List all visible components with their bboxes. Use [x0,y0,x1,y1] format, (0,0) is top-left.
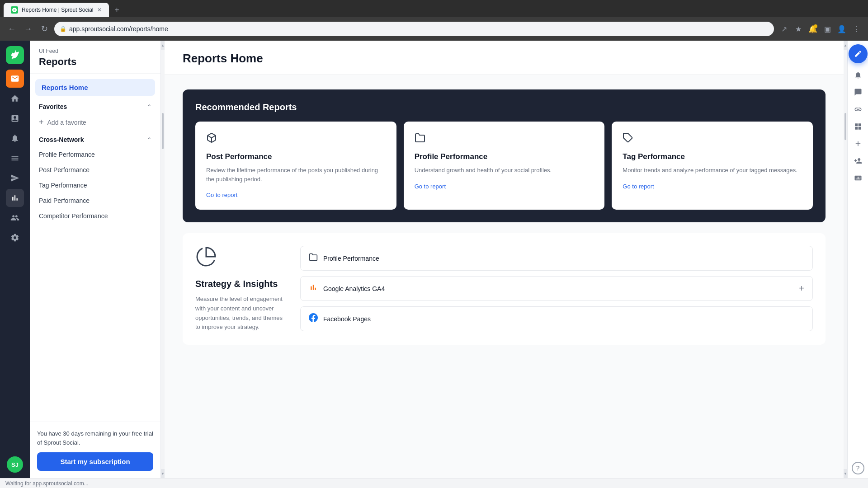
add-favorite-button[interactable]: + Add a favorite [30,114,160,131]
strategy-left: Strategy & Insights Measure the level of… [195,246,286,332]
rail-inbox2-icon[interactable] [6,109,24,127]
breadcrumb[interactable]: UI Feed [39,48,151,54]
profile-performance-card-title: Profile Performance [415,152,594,161]
scrollbar-arrow-down[interactable]: ▼ [161,469,165,478]
status-text: Waiting for app.sproutsocial.com... [5,480,89,487]
lock-icon: 🔒 [60,26,66,32]
subscribe-button[interactable]: Start my subscription [37,452,153,471]
strategy-profile-performance-item[interactable]: Profile Performance [300,246,813,271]
rail-list-icon[interactable] [6,149,24,167]
favorites-label: Favorites [39,103,67,110]
tab-close-button[interactable]: ✕ [97,7,102,13]
right-bell-icon[interactable] [851,68,865,82]
right-link-icon[interactable] [851,102,865,117]
strategy-ga4-label: Google Analytics GA4 [323,285,793,292]
strategy-right: Profile Performance Google Analytics GA4… [300,246,813,332]
profile-performance-link[interactable]: Go to report [415,183,446,190]
edit-button[interactable] [849,44,868,63]
main-scrollbar[interactable]: ▲ ▼ [844,41,847,478]
right-user-plus-icon[interactable] [851,154,865,168]
status-bar: Waiting for app.sproutsocial.com... [0,478,868,488]
sidebar-scrollbar-thumb [162,113,164,149]
sidebar-title: Reports [39,56,151,68]
rail-settings-icon[interactable] [6,229,24,247]
strategy-profile-performance-label: Profile Performance [323,255,804,262]
plus-icon: + [39,117,44,127]
favorites-toggle[interactable]: ⌃ [147,103,151,110]
profile-performance-card[interactable]: Profile Performance Understand growth an… [404,122,605,210]
scrollbar-arrow-up[interactable]: ▲ [161,41,165,50]
sidebar-scrollbar[interactable]: ▲ ▼ [161,41,165,478]
post-performance-link[interactable]: Go to report [206,192,237,198]
post-performance-icon [206,132,386,146]
right-plus-icon[interactable] [851,136,865,151]
main-scroll-arrow-up[interactable]: ▲ [844,41,847,50]
sidebar: UI Feed Reports Reports Home Favorites ⌃… [30,41,161,478]
sidebar-item-post-performance[interactable]: Post Performance [30,162,160,178]
strategy-icon [195,246,286,272]
menu-icon[interactable]: ⋮ [850,23,863,35]
main-scrollbar-thumb [844,113,846,140]
profile-performance-card-desc: Understand growth and health of your soc… [415,166,594,175]
right-keyboard-icon[interactable] [851,171,865,185]
main-body: Recommended Reports [165,75,844,359]
strategy-ga4-item[interactable]: Google Analytics GA4 + [300,276,813,301]
main-content: Reports Home Recommended Reports [165,41,844,478]
rail-inbox-icon[interactable] [6,70,24,88]
tag-performance-icon [623,132,802,146]
profile-performance-icon [415,132,594,146]
notification-icon[interactable]: 🔔 [807,23,819,35]
sidebar-header: UI Feed Reports [30,41,160,74]
extensions-icon[interactable]: ▣ [821,23,834,35]
rail-home-icon[interactable] [6,89,24,108]
sidebar-item-profile-performance[interactable]: Profile Performance [30,147,160,162]
sprout-logo[interactable] [6,46,24,64]
main-scroll-arrow-down[interactable]: ▼ [844,469,847,478]
refresh-button[interactable]: ↻ [38,23,51,35]
strategy-title: Strategy & Insights [195,279,286,289]
forward-button[interactable]: → [22,23,34,35]
report-cards-grid: Post Performance Review the lifetime per… [195,122,813,210]
right-comment-icon[interactable] [851,85,865,99]
tag-performance-link[interactable]: Go to report [623,183,654,190]
profile-icon[interactable]: 👤 [835,23,848,35]
share-icon[interactable]: ↗ [778,23,790,35]
post-performance-card-desc: Review the lifetime performance of the p… [206,166,386,183]
strategy-desc: Measure the level of engagement with you… [195,295,286,332]
strategy-folder-icon [309,253,318,264]
right-help-icon[interactable]: ? [852,462,864,474]
back-button[interactable]: ← [5,23,18,35]
sidebar-item-competitor-performance[interactable]: Competitor Performance [30,208,160,224]
bookmark-icon[interactable]: ★ [792,23,805,35]
favorites-section-header: Favorites ⌃ [30,98,160,114]
add-favorite-label: Add a favorite [47,119,86,126]
post-performance-card-title: Post Performance [206,152,386,161]
strategy-ga4-icon [309,283,318,294]
page-title: Reports Home [183,52,826,66]
strategy-ga4-add-icon[interactable]: + [799,283,804,294]
sidebar-footer: You have 30 days remaining in your free … [30,422,160,478]
main-header: Reports Home [165,41,844,75]
cross-network-toggle[interactable]: ⌃ [147,136,151,143]
new-tab-button[interactable]: + [111,4,123,16]
active-tab[interactable]: Reports Home | Sprout Social ✕ [4,3,109,17]
address-bar[interactable]: 🔒 app.sproutsocial.com/reports/home [54,22,774,36]
rail-analytics-icon[interactable] [6,189,24,207]
rail-bell-icon[interactable] [6,129,24,147]
right-grid-icon[interactable] [851,119,865,134]
strategy-facebook-label: Facebook Pages [323,315,804,323]
tag-performance-card[interactable]: Tag Performance Monitor trends and analy… [612,122,813,210]
post-performance-card[interactable]: Post Performance Review the lifetime per… [195,122,396,210]
sidebar-item-paid-performance[interactable]: Paid Performance [30,193,160,208]
sidebar-item-tag-performance[interactable]: Tag Performance [30,178,160,193]
sidebar-nav: Reports Home Favorites ⌃ + Add a favorit… [30,74,160,422]
rail-send-icon[interactable] [6,169,24,187]
user-avatar[interactable]: SJ [7,456,23,473]
reports-home-nav-item[interactable]: Reports Home [35,79,155,96]
right-panel: ? [847,41,868,478]
right-icon-rail: ? [847,41,868,478]
trial-text: You have 30 days remaining in your free … [37,429,153,447]
strategy-facebook-item[interactable]: Facebook Pages [300,306,813,331]
rail-team-icon[interactable] [6,209,24,227]
tab-title: Reports Home | Sprout Social [22,7,94,13]
